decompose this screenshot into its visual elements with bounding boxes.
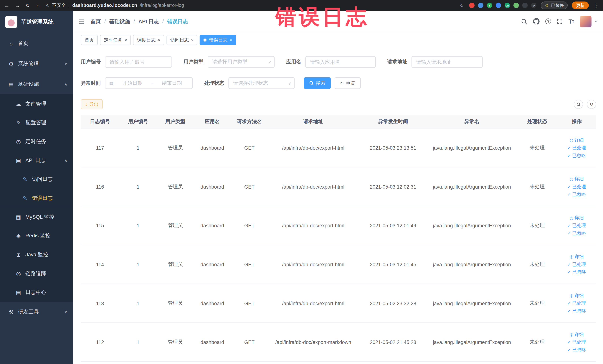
tab-close-icon[interactable]: × [230,38,232,42]
search-button[interactable]: 搜索 [304,77,331,89]
extension-red-icon[interactable] [469,3,475,8]
extension-leaf-icon[interactable] [513,3,519,8]
action-detail-link[interactable]: ◎详细 [570,331,584,338]
breadcrumb-item[interactable]: API 日志 [138,18,159,25]
update-button[interactable]: 更新 [572,1,589,9]
action-ignored-link[interactable]: ✓已忽略 [568,308,586,314]
sidebar-item-java[interactable]: ⊞Java 监控 [0,245,73,264]
tab-close-icon[interactable]: × [125,38,127,42]
sidebar-item-home[interactable]: ⌂首页 [0,33,73,53]
sidebar-item-dev-tools[interactable]: ⚒研发工具∨ [0,302,73,322]
app-name-input[interactable] [305,56,376,68]
chevron-down-icon: ∨ [268,60,271,64]
sidebar-item-system[interactable]: ⚙系统管理∨ [0,53,73,74]
action-processed-link[interactable]: ✓已处理 [568,339,586,345]
extension-dark-tool-icon[interactable] [522,3,528,8]
tab-home[interactable]: 首页 [81,35,98,45]
search-icon[interactable] [521,18,527,24]
sidebar-toggle-icon[interactable]: ☰ [78,17,84,25]
action-processed-link[interactable]: ✓已处理 [568,222,586,229]
doc-icon: ▣ [15,157,22,163]
font-size-icon[interactable]: TT [568,19,574,24]
sidebar-item-job[interactable]: ◷定时任务 [0,132,73,151]
action-processed-link[interactable]: ✓已处理 [568,300,586,306]
extension-on-badge-icon[interactable]: on [504,3,510,8]
sidebar-item-access-log[interactable]: ✎访问日志 [0,170,73,188]
action-processed-link[interactable]: ✓已处理 [568,144,586,151]
action-label: 详细 [574,176,584,182]
address-bar[interactable]: ⚠ 不安全 | dashboard.yudao.iocoder.cn/infra… [46,2,454,9]
tab-close-icon[interactable]: × [191,38,194,42]
check-icon: ✓ [568,340,571,344]
user-type-select[interactable]: 请选择用户类型 ∨ [208,56,275,68]
process-status-select[interactable]: 请选择处理状态 ∨ [228,77,295,89]
sidebar-item-infra[interactable]: ▤基础设施∧ [0,74,73,94]
refresh-button[interactable]: ↻ [587,100,596,109]
toggle-search-button[interactable] [574,100,583,109]
exception-time-range-picker[interactable]: ▦ 开始日期 - 结束日期 [105,77,193,89]
sidebar-item-error-log[interactable]: ✎错误日志 [0,188,73,208]
action-detail-link[interactable]: ◎详细 [570,214,584,221]
action-ignored-link[interactable]: ✓已忽略 [568,269,586,275]
back-icon[interactable]: ← [4,2,10,8]
bookmark-star-icon[interactable]: ☆ [459,2,465,8]
extension-grid-icon[interactable] [496,3,501,8]
cell-log-id: 115 [81,223,119,228]
sidebar-item-mysql[interactable]: ▦MySQL 监控 [0,207,73,226]
action-ignored-link[interactable]: ✓已忽略 [568,191,586,198]
action-processed-link[interactable]: ✓已处理 [568,183,586,190]
action-detail-link[interactable]: ◎详细 [570,253,584,260]
error-log-table: 日志编号用户编号用户类型应用名请求方法名请求地址异常发生时间异常名处理状态操作 … [81,115,596,362]
action-processed-link[interactable]: ✓已处理 [568,261,586,268]
navbar-actions: ? TT ▾ [521,16,597,27]
tab-access-log[interactable]: 访问日志× [166,35,197,45]
action-detail-link[interactable]: ◎详细 [570,292,584,299]
paused-button[interactable]: ☺ 已暂停 [541,1,568,9]
cell-log-id: 117 [81,145,119,151]
tab-job[interactable]: 定时任务× [100,35,131,45]
tab-job-log[interactable]: 调度日志× [133,35,164,45]
sidebar-item-label: 定时任务 [25,138,46,145]
sidebar-item-redis[interactable]: ◈Redis 监控 [0,226,73,245]
extension-blue-drop-icon[interactable] [478,3,483,8]
user-id-input[interactable] [105,56,172,68]
export-button[interactable]: ↓ 导出 [81,99,103,109]
tab-close-icon[interactable]: × [158,38,160,42]
action-detail-link[interactable]: ◎详细 [570,176,584,182]
forward-icon[interactable]: → [14,2,20,8]
browser-menu-icon[interactable]: ⋮ [593,2,599,8]
reset-button[interactable]: ↻ 重置 [335,77,361,89]
tab-error-log[interactable]: 错误日志× [200,35,236,45]
sidebar-item-label: API 日志 [25,157,46,164]
table-header-row: 日志编号用户编号用户类型应用名请求方法名请求地址异常发生时间异常名处理状态操作 [81,115,596,129]
sidebar-item-api-log[interactable]: ▣API 日志∧ [0,151,73,170]
request-url-input[interactable] [412,56,483,68]
cell-log-id: 113 [81,300,119,306]
browser-home-icon[interactable]: ⌂ [35,2,41,8]
extension-smiley-icon[interactable]: ☺ [531,3,536,8]
extension-green-icon[interactable]: Y [487,3,492,8]
sidebar-item-file[interactable]: ☁文件管理 [0,94,73,113]
github-icon[interactable] [533,18,540,25]
app-logo[interactable]: 芋道管理系统 [0,11,73,33]
breadcrumb-item[interactable]: 基础设施 [109,18,130,25]
sidebar-item-log-center[interactable]: ▤日志中心 [0,283,73,302]
avatar-caret-icon[interactable]: ▾ [595,19,597,23]
help-icon[interactable]: ? [545,19,551,24]
action-ignored-link[interactable]: ✓已忽略 [568,230,586,236]
eye-icon: ◎ [570,138,573,143]
gear-icon: ⚙ [8,61,14,67]
sidebar-item-trace[interactable]: ◎链路追踪 [0,264,73,283]
reload-icon[interactable]: ↻ [25,2,31,8]
action-ignored-link[interactable]: ✓已忽略 [568,347,586,353]
action-ignored-link[interactable]: ✓已忽略 [568,152,586,159]
action-detail-link[interactable]: ◎详细 [570,137,584,143]
avatar[interactable] [580,16,591,27]
extension-icons: Yon☺ [469,3,536,8]
tab-label: 首页 [84,37,94,43]
breadcrumb-item[interactable]: 首页 [91,18,101,25]
fullscreen-icon[interactable] [557,19,563,24]
cell-exception-name: java.lang.IllegalArgumentException [428,223,516,228]
sidebar-item-config[interactable]: ✎配置管理 [0,113,73,132]
logo-image [5,16,17,28]
